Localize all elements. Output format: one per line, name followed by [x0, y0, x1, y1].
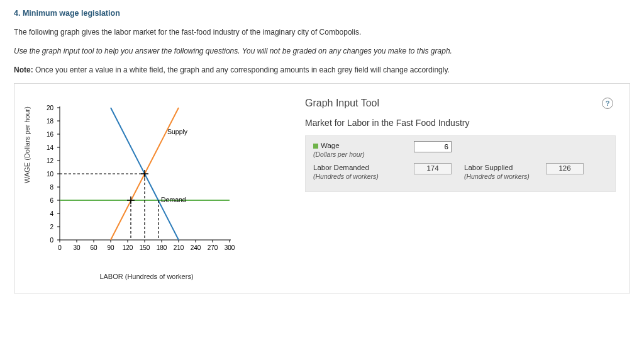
demand-label: Demand [161, 196, 186, 203]
labor-supplied-label: Labor Supplied (Hundreds of workers) [464, 163, 533, 181]
svg-text:8: 8 [50, 184, 53, 191]
svg-text:180: 180 [157, 244, 167, 251]
svg-text:4: 4 [50, 210, 53, 217]
svg-text:20: 20 [47, 105, 54, 111]
wage-label: Wage (Dollars per hour) [313, 141, 401, 159]
svg-text:60: 60 [90, 244, 97, 251]
graph-input-tool-title: Graph Input Tool [305, 98, 379, 109]
svg-text:270: 270 [208, 244, 218, 251]
y-axis-label: WAGE (Dollars per hour) [23, 106, 31, 183]
input-table: Wage (Dollars per hour) Labor Demanded (… [305, 135, 616, 192]
svg-text:300: 300 [225, 244, 235, 251]
svg-text:2: 2 [50, 224, 53, 230]
chart-area[interactable]: WAGE (Dollars per hour) 0 2 4 6 8 10 12 … [28, 95, 242, 271]
note-line: Note: Once you enter a value in a white … [14, 64, 630, 76]
question-heading: 4. Minimum wage legislation [14, 9, 630, 18]
labor-demanded-value: 174 [414, 163, 452, 174]
svg-text:30: 30 [73, 244, 80, 251]
svg-text:0: 0 [58, 244, 62, 251]
svg-text:240: 240 [191, 244, 201, 251]
svg-text:210: 210 [174, 244, 184, 251]
svg-text:18: 18 [47, 118, 54, 125]
note-text: Once you enter a value in a white field,… [33, 65, 450, 74]
wage-input[interactable] [414, 141, 452, 152]
chart-svg: 0 2 4 6 8 10 12 14 16 18 20 0 30 60 [28, 95, 242, 259]
svg-text:14: 14 [47, 144, 54, 151]
svg-text:120: 120 [123, 244, 133, 251]
note-label: Note: [14, 65, 33, 74]
intro-text: The following graph gives the labor mark… [14, 26, 630, 38]
svg-text:150: 150 [140, 244, 150, 251]
help-icon[interactable]: ? [602, 98, 613, 109]
svg-text:0: 0 [50, 237, 53, 244]
svg-text:16: 16 [47, 131, 54, 138]
wage-swatch-icon [313, 144, 318, 149]
svg-text:10: 10 [47, 171, 54, 178]
supply-label: Supply [167, 128, 188, 135]
market-subtitle: Market for Labor in the Fast Food Indust… [305, 118, 616, 128]
instruction-text: Use the graph input tool to help you ans… [14, 45, 630, 57]
graph-input-tool: Graph Input Tool ? Market for Labor in t… [305, 95, 616, 192]
x-axis-label: LABOR (Hundreds of workers) [28, 273, 242, 280]
svg-text:6: 6 [50, 197, 53, 204]
svg-text:12: 12 [47, 157, 54, 164]
labor-demanded-label: Labor Demanded (Hundreds of workers) [313, 163, 401, 181]
svg-text:90: 90 [107, 244, 114, 251]
labor-supplied-value: 126 [546, 163, 584, 174]
graph-tool-panel: WAGE (Dollars per hour) 0 2 4 6 8 10 12 … [14, 83, 630, 293]
chart-block: WAGE (Dollars per hour) 0 2 4 6 8 10 12 … [28, 95, 255, 280]
